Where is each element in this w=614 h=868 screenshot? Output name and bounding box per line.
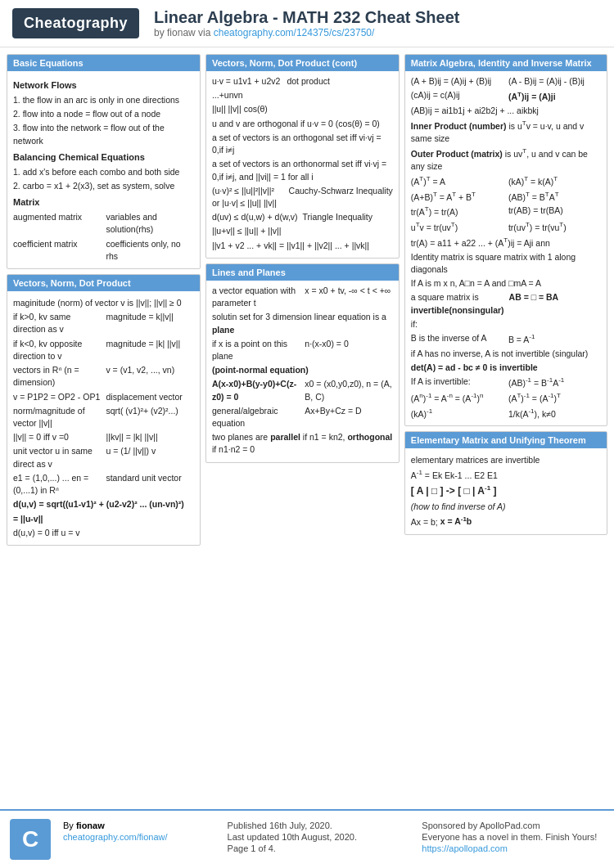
ma-r4: (A+B)T = AT + BT (AB)T = BTAT — [411, 190, 601, 204]
footer-author: By fionaw cheatography.com/fionaw/ — [63, 819, 215, 842]
ma-r10-r: (AT)-1 = (A-1)T — [508, 391, 601, 405]
elementary-matrix-header: Elementary Matrix and Unifying Theorem — [405, 432, 607, 448]
ma-r1-l: (A + B)ij = (A)ij + (B)ij — [411, 75, 503, 88]
lines-planes-header: Lines and Planes — [206, 264, 399, 281]
lp-r4-l: general/algebraic equation — [212, 405, 300, 430]
ma-r2: (cA)ij = c(A)ij (AT)ij = (A)ji — [411, 89, 601, 103]
ma-r6: uTv = tr(uvT) tr(uvT) = tr(vuT) — [411, 220, 601, 234]
header-sub: by fionaw via cheatography.com/124375/cs… — [154, 27, 459, 38]
vn-r2-l: if k<0, kv opposite direction to v — [13, 338, 101, 362]
ma-r3: (AT)T = A (kA)T = k(A)T — [411, 174, 601, 188]
matrix-row-1-right: variables and solution(rhs) — [106, 211, 193, 236]
ma-r8-r: B = A-1 — [508, 332, 601, 346]
vn-r5-r: sqrt( (v1)²+ (v2)²...) — [106, 405, 193, 430]
vectors-norm-body: maginitude (norm) of vector v is ||v||; … — [7, 291, 200, 545]
elementary-matrix-section: Elementary Matrix and Unifying Theorem e… — [404, 431, 607, 534]
ma-r7-l: a square matrix is invertible(nonsingula… — [411, 291, 504, 316]
ma-r10: (An)-1 = A-n = (A-1)n (AT)-1 = (A-1)T — [411, 391, 601, 405]
ma-r11-r: 1/k(A-1), k≠0 — [508, 407, 601, 421]
page: Cheatography Linear Algebra - MATH 232 C… — [0, 0, 614, 868]
vnc-orthogonal-set: a set of vectors is an orthogonal set if… — [212, 132, 393, 156]
ma-r1-r: (A - B)ij = (A)ij - (B)ij — [508, 75, 601, 88]
vn-r5: norm/magnitude of vector ||v|| sqrt( (v1… — [13, 405, 194, 430]
footer-sponsor-link[interactable]: https://apollopad.com — [422, 843, 508, 853]
ma-r10-l: (An)-1 = A-n = (A-1)n — [411, 391, 503, 405]
ma-r3-l: (AT)T = A — [411, 174, 503, 188]
ma-det: det(A) = ad - bc ≠ 0 is invertible — [411, 362, 601, 374]
lp-parallel: two planes are parallel if n1 = kn2, ort… — [212, 431, 393, 456]
footer-updated: Last updated 10th August, 2020. — [228, 832, 410, 842]
vectors-norm-section: Vectors, Norm, Dot Product maginitude (n… — [7, 274, 201, 546]
vnc-triangle3: ||v1 + v2 ... + vk|| = ||v1|| + ||v2|| .… — [212, 240, 393, 252]
vn-r3-l: vectors in Rⁿ (n = dimension) — [13, 364, 101, 389]
ma-r6-l: uTv = tr(uvT) — [411, 220, 503, 234]
vectors-norm-cont-section: Vectors, Norm, Dot Product (cont) u·v = … — [205, 54, 400, 259]
lines-planes-section: Lines and Planes a vector equation with … — [205, 263, 400, 463]
ma-no-inverse: if A has no inverse, A is not invertible… — [411, 348, 601, 360]
elementary-matrix-body: elementary matrices are invertible A-1 =… — [405, 448, 607, 533]
triangle-formula: d(uv) ≤ d(u,w) + d(w,v) — [212, 211, 298, 223]
ma-r2-r: (AT)ij = (A)ji — [508, 89, 601, 103]
vn-extra-2: = ||u-v|| — [13, 513, 194, 525]
network-flows-title: Network Flows — [13, 79, 194, 92]
matrix-row-2-right: coefficients only, no rhs — [106, 238, 193, 263]
basic-equations-body: Network Flows 1. the flow in an arc is o… — [7, 71, 200, 268]
bal-1: 1. add x's before each combo and both si… — [13, 166, 194, 178]
footer-pub: Published 16th July, 2020. Last updated … — [228, 819, 410, 855]
vn-extra-3: d(u,v) = 0 iff u = v — [13, 527, 194, 539]
lp-point-normal: (point-normal equation) — [212, 364, 393, 376]
vn-r8-l: e1 = (1,0,...) ... en = (0,...1) in Rⁿ — [13, 472, 101, 497]
vn-extra-1: d(u,v) = sqrt((u1-v1)² + (u2-v2)² ... (u… — [13, 498, 194, 510]
col-right: Matrix Algebra, Identity and Inverse Mat… — [404, 54, 607, 803]
cauchy-row: (u·v)² ≤ ||u||²||v||² or |u·v| ≤ ||u|| |… — [212, 185, 393, 209]
basic-equations-section: Basic Equations Network Flows 1. the flo… — [7, 54, 201, 269]
logo: Cheatography — [12, 8, 139, 38]
triangle-row: d(uv) ≤ d(u,w) + d(w,v) Triangle Inequal… — [212, 211, 393, 223]
matrix-algebra-header: Matrix Algebra, Identity and Inverse Mat… — [405, 55, 607, 71]
lp-r2-r: n·(x-x0) = 0 — [305, 338, 392, 362]
header-link[interactable]: cheatography.com/124375/cs/23750/ — [214, 27, 375, 38]
vn-r7: unit vector u in same direct as v u = (1… — [13, 445, 194, 470]
lp-r2-l: if x is a point on this plane — [212, 338, 300, 362]
dot-product-row: u·v = u1v1 + u2v2 dot product — [212, 75, 393, 88]
lp-r3-r: x0 = (x0,y0,z0), n = (A, B, C) — [305, 378, 392, 403]
vn-r5-l: norm/magnitude of vector ||v|| — [13, 405, 101, 430]
footer-author-link[interactable]: cheatography.com/fionaw/ — [63, 832, 168, 842]
vn-r8: e1 = (1,0,...) ... en = (0,...1) in Rⁿ s… — [13, 472, 194, 497]
ma-r11: (kA)-1 1/k(A-1), k≠0 — [411, 407, 601, 421]
ma-r7: a square matrix is invertible(nonsingula… — [411, 291, 601, 316]
vnc-orthogonal: u and v are orthogonal if u·v = 0 (cos(θ… — [212, 118, 393, 130]
vectors-norm-header: Vectors, Norm, Dot Product — [7, 275, 200, 291]
ma-identity2: If A is m x n, A□n = A and □mA = A — [411, 277, 601, 290]
lines-planes-body: a vector equation with parameter t x = x… — [206, 281, 399, 462]
vn-r2: if k<0, kv opposite direction to v magni… — [13, 338, 194, 362]
vn-r4-l: v = P1P2 = OP2 - OP1 — [13, 391, 101, 403]
ma-r7-r: AB = □ = BA — [509, 291, 601, 316]
nf-1: 1. the flow in an arc is only in one dir… — [13, 94, 194, 106]
lp-r4: general/algebraic equation Ax+By+Cz = D — [212, 405, 393, 430]
vn-r2-r: magnitude = |k| ||v|| — [106, 338, 193, 362]
ma-r5-r: tr(AB) = tr(BA) — [508, 205, 601, 218]
footer: C By fionaw cheatography.com/fionaw/ Pub… — [0, 809, 614, 868]
triangle-label: Triangle Inequality — [303, 211, 372, 223]
lp-r3: A(x-x0)+B(y-y0)+C(z-z0) = 0 x0 = (x0,y0,… — [212, 378, 393, 403]
footer-sponsor-title: Sponsored by ApolloPad.com — [422, 821, 604, 830]
dot-product-label: dot product — [287, 75, 330, 88]
vn-r3: vectors in Rⁿ (n = dimension) v = (v1, v… — [13, 364, 194, 389]
vnc-costheta: ||u|| ||v|| cos(θ) — [212, 103, 393, 115]
ma-r8-l: B is the inverse of A — [411, 332, 503, 346]
em-5: Ax = b; x = A-1b — [411, 515, 601, 528]
ma-trace: tr(A) = a11 + a22 ... + (AT)ij = Aji ann — [411, 236, 601, 250]
cauchy-label: Cauchy-Schwarz Inequality — [289, 185, 393, 209]
lp-r3-l: A(x-x0)+B(y-y0)+C(z-z0) = 0 — [212, 378, 300, 403]
vn-0: maginitude (norm) of vector v is ||v||; … — [13, 297, 194, 309]
em-2: A-1 = Ek Ek-1 ... E2 E1 — [411, 468, 601, 482]
vn-r4: v = P1P2 = OP2 - OP1 displacement vector — [13, 391, 194, 403]
ma-r9-r: (AB)-1 = B-1A-1 — [508, 376, 601, 389]
footer-page: Page 1 of 4. — [228, 843, 410, 853]
ma-r4-l: (A+B)T = AT + BT — [411, 190, 503, 204]
matrix-row-2: coefficient matrix coefficients only, no… — [13, 238, 194, 263]
main-content: Basic Equations Network Flows 1. the flo… — [0, 47, 614, 809]
em-1: elementary matrices are invertible — [411, 454, 601, 466]
header: Cheatography Linear Algebra - MATH 232 C… — [0, 0, 614, 47]
